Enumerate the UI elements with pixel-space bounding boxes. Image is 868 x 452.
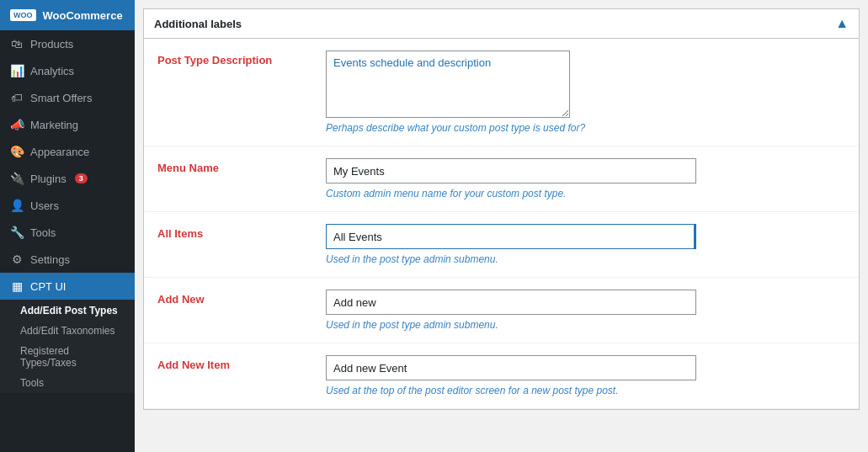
submenu-registered-types-taxes[interactable]: Registered Types/Taxes [0, 341, 135, 373]
products-icon: 🛍 [10, 37, 24, 51]
sidebar: WOO WooCommerce 🛍 Products 📊 Analytics 🏷… [0, 0, 135, 452]
marketing-icon: 📣 [10, 118, 24, 131]
input-post-type-description[interactable]: Events schedule and description [326, 51, 570, 118]
help-all-items: Used in the post type admin submenu. [326, 253, 845, 265]
panel-title: Additional labels [154, 18, 242, 30]
input-all-items[interactable] [326, 224, 696, 249]
input-menu-name[interactable] [326, 158, 696, 183]
sidebar-item-label: Marketing [30, 119, 78, 131]
settings-icon: ⚙ [10, 253, 24, 266]
panel-collapse-button[interactable]: ▲ [835, 16, 849, 31]
sidebar-item-label: Products [30, 38, 73, 51]
sidebar-item-label: Settings [30, 253, 70, 266]
analytics-icon: 📊 [10, 64, 24, 77]
field-add-new: Used in the post type admin submenu. [326, 290, 845, 331]
panel-header: Additional labels ▲ [144, 9, 859, 39]
sidebar-item-label: Tools [30, 226, 56, 239]
field-add-new-item: Used at the top of the post editor scree… [326, 355, 845, 396]
sidebar-item-label: Plugins [30, 173, 67, 185]
label-post-type-description: Post Type Description [157, 51, 326, 66]
input-add-new-item[interactable] [326, 355, 696, 380]
submenu-add-edit-post-types[interactable]: Add/Edit Post Types [0, 300, 135, 321]
form-section: Post Type Description Events schedule an… [144, 39, 859, 409]
help-post-type-description: Perhaps describe what your custom post t… [326, 122, 845, 134]
sidebar-item-cpt-ui[interactable]: ▦ CPT UI [0, 273, 135, 300]
sidebar-submenu: Add/Edit Post Types Add/Edit Taxonomies … [0, 300, 135, 393]
sidebar-item-label: Analytics [30, 65, 74, 77]
sidebar-item-label: Appearance [30, 146, 89, 158]
plugins-badge: 3 [75, 173, 88, 183]
field-all-items: Used in the post type admin submenu. [326, 224, 845, 265]
label-menu-name: Menu Name [157, 158, 326, 174]
label-add-new: Add New [157, 290, 326, 306]
help-add-new-item: Used at the top of the post editor scree… [326, 385, 845, 396]
form-row-post-type-description: Post Type Description Events schedule an… [144, 39, 859, 146]
cpt-ui-icon: ▦ [10, 279, 24, 293]
smart-offers-icon: 🏷 [10, 91, 24, 104]
sidebar-item-label: Users [30, 199, 59, 212]
help-menu-name: Custom admin menu name for your custom p… [326, 188, 845, 199]
sidebar-logo[interactable]: WOO WooCommerce [0, 0, 135, 30]
form-row-all-items: All Items Used in the post type admin su… [144, 212, 859, 278]
main-content: Additional labels ▲ Post Type Descriptio… [135, 0, 868, 452]
sidebar-item-products[interactable]: 🛍 Products [0, 30, 135, 57]
input-add-new[interactable] [326, 290, 696, 315]
sidebar-item-plugins[interactable]: 🔌 Plugins 3 [0, 165, 135, 192]
users-icon: 👤 [10, 199, 24, 212]
sidebar-item-label: Smart Offers [30, 92, 92, 104]
sidebar-logo-label: WooCommerce [43, 9, 123, 22]
appearance-icon: 🎨 [10, 145, 24, 158]
plugins-icon: 🔌 [10, 172, 24, 185]
sidebar-item-settings[interactable]: ⚙ Settings [0, 246, 135, 273]
sidebar-item-marketing[interactable]: 📣 Marketing [0, 111, 135, 138]
sidebar-item-users[interactable]: 👤 Users [0, 192, 135, 219]
sidebar-item-label: CPT UI [30, 280, 66, 293]
sidebar-item-smart-offers[interactable]: 🏷 Smart Offers [0, 84, 135, 111]
label-all-items: All Items [157, 224, 326, 240]
form-row-add-new-item: Add New Item Used at the top of the post… [144, 343, 859, 409]
tools-icon: 🔧 [10, 226, 24, 239]
label-add-new-item: Add New Item [157, 355, 326, 371]
sidebar-item-tools[interactable]: 🔧 Tools [0, 219, 135, 246]
woo-badge: WOO [10, 9, 36, 21]
submenu-tools[interactable]: Tools [0, 373, 135, 393]
content-panel: Additional labels ▲ Post Type Descriptio… [143, 8, 860, 410]
help-add-new: Used in the post type admin submenu. [326, 319, 845, 331]
submenu-add-edit-taxonomies[interactable]: Add/Edit Taxonomies [0, 321, 135, 341]
form-row-add-new: Add New Used in the post type admin subm… [144, 278, 859, 343]
form-row-menu-name: Menu Name Custom admin menu name for you… [144, 146, 859, 212]
sidebar-item-analytics[interactable]: 📊 Analytics [0, 57, 135, 84]
sidebar-item-appearance[interactable]: 🎨 Appearance [0, 138, 135, 165]
field-menu-name: Custom admin menu name for your custom p… [326, 158, 845, 199]
field-post-type-description: Events schedule and description Perhaps … [326, 51, 845, 134]
